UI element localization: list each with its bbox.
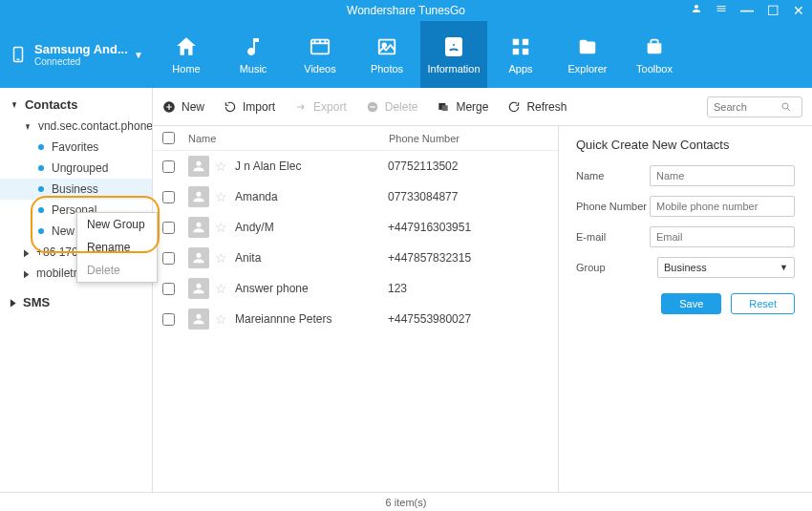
import-button[interactable]: Import [224,100,275,114]
star-icon[interactable]: ☆ [215,189,227,204]
table-row[interactable]: ☆Andy/M+447916303951 [153,212,558,243]
import-label: Import [243,100,275,114]
apps-icon [510,34,531,59]
group-label: Group [576,262,657,273]
export-label: Export [313,100,347,114]
nav-information-label: Information [427,63,480,75]
row-checkbox[interactable] [162,191,175,203]
star-icon[interactable]: ☆ [215,281,227,296]
star-icon[interactable]: ☆ [215,311,227,327]
star-icon[interactable]: ☆ [215,159,227,174]
table-row[interactable]: ☆J n Alan Elec07752113502 [153,151,558,181]
menu-icon[interactable] [716,3,727,18]
delete-button[interactable]: Delete [366,100,418,114]
maximize-icon[interactable]: ☐ [767,3,780,18]
bullet-icon [38,165,44,171]
table-row[interactable]: ☆Mareiannne Peters+447553980027 [153,304,558,334]
reset-button[interactable]: Reset [731,293,795,314]
phone-input[interactable] [650,196,795,217]
new-button[interactable]: New [162,100,204,114]
bullet-icon [38,207,44,213]
export-icon [294,100,308,114]
nav-photos-label: Photos [371,63,403,75]
merge-button[interactable]: Merge [437,100,488,114]
bullet-icon [38,186,44,192]
search-input[interactable] [714,101,780,113]
search-box[interactable] [707,96,802,117]
contact-phone: 123 [388,282,407,295]
row-checkbox[interactable] [162,283,175,295]
contact-name: Anita [235,251,388,265]
table-row[interactable]: ☆Amanda07733084877 [153,181,558,212]
save-button[interactable]: Save [661,293,721,314]
minimize-icon[interactable]: — [740,3,754,18]
nav-music[interactable]: Music [220,21,287,88]
sidebar-contacts-label: Contacts [25,97,78,112]
svg-rect-11 [513,39,519,45]
nav-toolbox[interactable]: Toolbox [621,21,688,88]
row-checkbox[interactable] [162,252,175,265]
svg-point-10 [452,43,456,47]
avatar [188,186,209,207]
svg-rect-17 [370,106,375,107]
table-row[interactable]: ☆Answer phone123 [153,273,558,304]
export-button[interactable]: Export [294,100,347,114]
group-value: Business [664,262,707,273]
caret-right-icon: ▶ [11,297,16,308]
bullet-icon [38,228,44,234]
sidebar-contacts[interactable]: ▼ Contacts [0,94,152,116]
row-checkbox[interactable] [162,222,175,234]
home-icon [174,34,199,59]
nav-apps-label: Apps [508,63,532,75]
app-title: Wondershare TunesGo [347,4,465,17]
row-checkbox[interactable] [162,313,175,326]
col-phone[interactable]: Phone Number [389,133,548,144]
caret-down-icon: ▼ [11,99,17,110]
nav-music-label: Music [240,63,267,75]
nav-photos[interactable]: Photos [353,21,420,88]
toolbar: New Import Export Delete Merge Refresh [153,88,812,126]
contact-phone: +447857832315 [388,251,471,265]
email-input[interactable] [650,226,795,247]
header: Samsung And... Connected ▼ Home Music Vi… [0,21,812,88]
sidebar-sms-label: SMS [23,295,50,309]
select-all-checkbox[interactable] [162,132,175,144]
nav-apps[interactable]: Apps [487,21,554,88]
name-input[interactable] [650,165,795,186]
context-rename[interactable]: Rename [77,236,157,259]
star-icon[interactable]: ☆ [215,250,227,266]
nav-explorer-label: Explorer [568,63,608,75]
device-selector[interactable]: Samsung And... Connected ▼ [0,21,153,88]
nav-videos-label: Videos [304,63,335,75]
table-row[interactable]: ☆Anita+447857832315 [153,243,558,273]
nav-home[interactable]: Home [153,21,220,88]
col-name[interactable]: Name [188,133,389,144]
avatar [188,278,209,299]
nav-explorer[interactable]: Explorer [554,21,621,88]
videos-icon [308,34,332,59]
row-checkbox[interactable] [162,160,175,173]
sidebar-group-business[interactable]: Business [0,179,152,200]
sidebar-group-favorites[interactable]: Favorites [0,137,152,158]
svg-point-8 [382,43,386,47]
sidebar-account-phone[interactable]: ▼ vnd.sec.contact.phone [0,116,152,137]
contact-name: J n Alan Elec [235,160,388,173]
svg-point-20 [782,103,788,109]
sidebar-group-ungrouped[interactable]: Ungrouped [0,158,152,179]
avatar [188,247,209,268]
refresh-button[interactable]: Refresh [507,100,566,114]
context-delete[interactable]: Delete [77,259,157,282]
delete-icon [366,100,379,114]
nav-information[interactable]: Information [420,21,487,88]
star-icon[interactable]: ☆ [215,220,227,235]
group-select[interactable]: Business ▼ [657,257,795,278]
nav-videos[interactable]: Videos [287,21,353,88]
name-label: Name [576,170,650,181]
search-icon [780,101,792,113]
user-icon[interactable] [691,3,702,18]
close-icon[interactable]: ✕ [793,3,804,18]
context-menu: New Group Rename Delete [76,212,158,283]
context-new-group[interactable]: New Group [77,213,157,236]
sidebar-sms[interactable]: ▶ SMS [0,291,152,313]
device-status: Connected [34,56,134,67]
